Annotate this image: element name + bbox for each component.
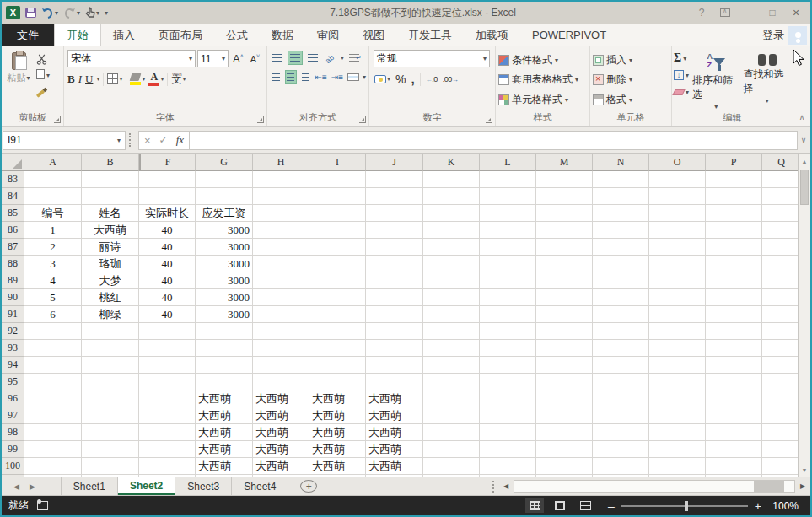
cell-H84[interactable] xyxy=(253,188,309,205)
cell-H97[interactable]: 大西萌 xyxy=(253,407,309,424)
grow-font-button[interactable]: A˄ xyxy=(230,52,246,65)
cell-B85[interactable]: 姓名 xyxy=(82,205,139,222)
cell-N92[interactable] xyxy=(593,323,649,340)
cell-I100[interactable]: 大西萌 xyxy=(309,458,366,475)
conditional-formatting-button[interactable]: 条件格式▾ xyxy=(498,51,587,69)
orientation-button[interactable] xyxy=(323,51,338,65)
cancel-icon[interactable]: × xyxy=(144,134,151,147)
cell-N97[interactable] xyxy=(593,407,649,424)
cell-O87[interactable] xyxy=(649,239,706,256)
cell-Q83[interactable] xyxy=(762,171,798,188)
cell-N90[interactable] xyxy=(593,289,649,306)
close-button[interactable]: × xyxy=(785,4,807,21)
cell-N83[interactable] xyxy=(593,171,649,188)
row-header-90[interactable]: 90 xyxy=(2,289,24,306)
cell-O93[interactable] xyxy=(649,340,706,357)
cell-G85[interactable]: 应发工资 xyxy=(196,205,253,222)
cell-P95[interactable] xyxy=(706,374,762,390)
cell-L88[interactable] xyxy=(480,256,536,272)
cell-K87[interactable] xyxy=(423,239,480,256)
cell-G98[interactable]: 大西萌 xyxy=(196,424,253,441)
copy-button[interactable]: ▾ xyxy=(36,68,50,82)
cell-Q95[interactable] xyxy=(762,374,798,390)
format-cells-button[interactable]: 格式▾ xyxy=(593,90,669,109)
decrease-indent-button[interactable]: ⇤≡ xyxy=(315,70,328,84)
cell-I95[interactable] xyxy=(309,374,366,390)
scroll-up-icon[interactable]: ▲ xyxy=(799,154,810,169)
cell-G91[interactable]: 3000 xyxy=(196,306,253,323)
row-header-83[interactable]: 83 xyxy=(2,171,24,188)
cell-I83[interactable] xyxy=(309,171,366,188)
cell-I91[interactable] xyxy=(309,306,366,323)
insert-cells-button[interactable]: 插入▾ xyxy=(593,51,669,69)
cell-K99[interactable] xyxy=(423,441,480,458)
cell-B91[interactable]: 柳绿 xyxy=(82,306,139,323)
col-header-G[interactable]: G xyxy=(196,154,253,171)
cell-B98[interactable] xyxy=(82,424,139,441)
cell-G90[interactable]: 3000 xyxy=(196,289,253,306)
cell-F83[interactable] xyxy=(139,171,196,188)
cell-H92[interactable] xyxy=(253,323,309,340)
cell-K100[interactable] xyxy=(423,458,480,475)
cell-K95[interactable] xyxy=(423,374,480,390)
cell-I94[interactable] xyxy=(309,357,366,374)
cell-O88[interactable] xyxy=(649,256,706,272)
tab-POWERPIVOT[interactable]: POWERPIVOT xyxy=(520,24,618,46)
cell-H98[interactable]: 大西萌 xyxy=(253,424,309,441)
cell-J95[interactable] xyxy=(366,374,423,390)
row-header-97[interactable]: 97 xyxy=(2,407,24,424)
cell-M83[interactable] xyxy=(536,171,593,188)
sheet-tab-Sheet4[interactable]: Sheet4 xyxy=(232,477,288,495)
maximize-button[interactable]: □ xyxy=(761,4,783,21)
cell-M93[interactable] xyxy=(536,340,593,357)
cell-B89[interactable]: 大梦 xyxy=(82,272,139,289)
cell-Q85[interactable] xyxy=(762,205,798,222)
cell-O84[interactable] xyxy=(649,188,706,205)
page-layout-view-button[interactable] xyxy=(551,498,569,513)
align-middle-button[interactable] xyxy=(288,51,303,65)
touch-mode-dropdown-icon[interactable]: ▾ xyxy=(96,9,99,17)
cell-M94[interactable] xyxy=(536,357,593,374)
cell-P83[interactable] xyxy=(706,171,762,188)
cell-P99[interactable] xyxy=(706,441,762,458)
cell-B90[interactable]: 桃红 xyxy=(82,289,139,306)
cell-G83[interactable] xyxy=(196,171,253,188)
row-header-96[interactable]: 96 xyxy=(2,390,24,407)
cell-O97[interactable] xyxy=(649,407,706,424)
cell-I84[interactable] xyxy=(309,188,366,205)
cell-G89[interactable]: 3000 xyxy=(196,272,253,289)
decrease-decimal-button[interactable]: .00→ xyxy=(443,75,459,83)
wrap-text-button[interactable] xyxy=(347,51,362,65)
cell-I85[interactable] xyxy=(309,205,366,222)
cell-G88[interactable]: 3000 xyxy=(196,256,253,272)
cell-L87[interactable] xyxy=(480,239,536,256)
cell-A95[interactable] xyxy=(24,374,82,390)
cell-P92[interactable] xyxy=(706,323,762,340)
cell-J91[interactable] xyxy=(366,306,423,323)
cell-A94[interactable] xyxy=(24,357,82,374)
cell-B84[interactable] xyxy=(82,188,139,205)
cell-P96[interactable] xyxy=(706,390,762,407)
col-header-I[interactable]: I xyxy=(309,154,366,171)
cell-L99[interactable] xyxy=(480,441,536,458)
cell-J92[interactable] xyxy=(366,323,423,340)
cell-I96[interactable]: 大西萌 xyxy=(309,390,366,407)
cell-B92[interactable] xyxy=(82,323,139,340)
undo-dropdown-icon[interactable]: ▾ xyxy=(55,9,58,17)
cell-Q90[interactable] xyxy=(762,289,798,306)
align-top-button[interactable] xyxy=(270,51,285,65)
cell-M97[interactable] xyxy=(536,407,593,424)
cut-button[interactable] xyxy=(36,52,50,66)
row-header-88[interactable]: 88 xyxy=(2,256,24,272)
normal-view-button[interactable] xyxy=(525,498,544,513)
horizontal-scroll-thumb[interactable] xyxy=(754,481,784,492)
cell-I97[interactable]: 大西萌 xyxy=(309,407,366,424)
cell-Q97[interactable] xyxy=(762,407,798,424)
scroll-down-icon[interactable]: ▼ xyxy=(799,463,810,477)
cell-M88[interactable] xyxy=(536,256,593,272)
col-header-A[interactable]: A xyxy=(24,154,82,171)
cell-I99[interactable]: 大西萌 xyxy=(309,441,366,458)
vertical-scrollbar[interactable]: ▲ ▼ xyxy=(798,154,810,477)
cell-J99[interactable]: 大西萌 xyxy=(366,441,423,458)
cell-H99[interactable]: 大西萌 xyxy=(253,441,309,458)
